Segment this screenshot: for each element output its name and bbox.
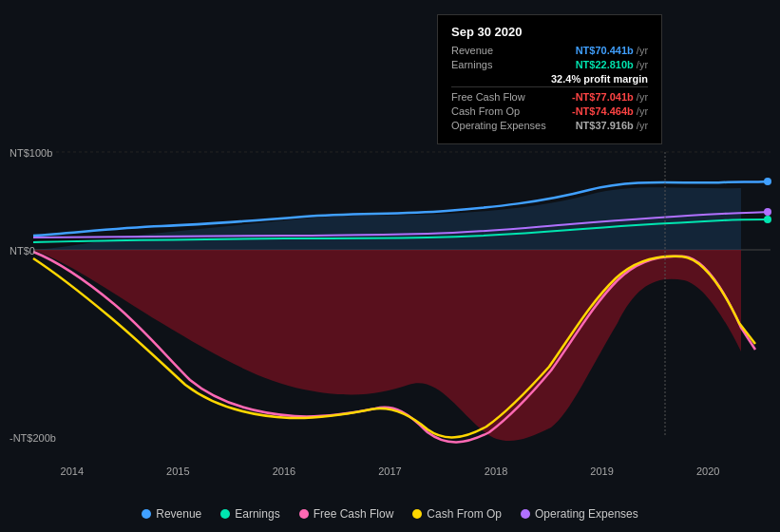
y-label-top: NT$100b	[10, 147, 52, 159]
legend-label-revenue: Revenue	[156, 507, 201, 521]
tooltip-cashop-label: Cash From Op	[451, 105, 546, 117]
legend-item-revenue[interactable]: Revenue	[142, 507, 201, 521]
tooltip-date: Sep 30 2020	[451, 25, 648, 39]
legend-item-cashop[interactable]: Cash From Op	[412, 507, 502, 521]
legend-dot-opex	[521, 509, 530, 519]
tooltip-fcf-label: Free Cash Flow	[451, 91, 546, 103]
legend-label-fcf: Free Cash Flow	[314, 507, 394, 521]
legend-item-earnings[interactable]: Earnings	[220, 507, 279, 521]
legend-item-fcf[interactable]: Free Cash Flow	[299, 507, 394, 521]
tooltip-opex-value: NT$37.916b /yr	[576, 120, 648, 131]
x-label-2015: 2015	[166, 466, 189, 477]
legend-dot-fcf	[299, 509, 309, 519]
legend-item-opex[interactable]: Operating Expenses	[521, 507, 638, 521]
tooltip-earnings-value: NT$22.810b /yr	[576, 59, 648, 70]
chart-container: NT$100b NT$0 -NT$200b 2014 2015 2016 201…	[0, 0, 780, 532]
tooltip-fcf-row: Free Cash Flow -NT$77.041b /yr	[451, 86, 648, 103]
tooltip-revenue-value: NT$70.441b /yr	[576, 45, 648, 56]
tooltip-cashop-value: -NT$74.464b /yr	[572, 105, 648, 117]
y-label-bot: -NT$200b	[10, 432, 56, 444]
tooltip-revenue-row: Revenue NT$70.441b /yr	[451, 45, 648, 56]
legend: Revenue Earnings Free Cash Flow Cash Fro…	[0, 507, 780, 521]
tooltip-earnings-label: Earnings	[451, 59, 546, 70]
tooltip-opex-row: Operating Expenses NT$37.916b /yr	[451, 120, 648, 131]
legend-dot-earnings	[220, 509, 230, 519]
svg-point-5	[764, 208, 771, 216]
tooltip-revenue-label: Revenue	[451, 45, 546, 56]
x-label-2019: 2019	[590, 466, 613, 477]
legend-label-cashop: Cash From Op	[427, 507, 502, 521]
legend-dot-cashop	[412, 509, 422, 519]
legend-label-opex: Operating Expenses	[535, 507, 638, 521]
tooltip: Sep 30 2020 Revenue NT$70.441b /yr Earni…	[437, 14, 662, 144]
legend-label-earnings: Earnings	[235, 507, 279, 521]
tooltip-fcf-value: -NT$77.041b /yr	[572, 91, 648, 103]
legend-dot-revenue	[142, 509, 151, 519]
y-label-mid: NT$0	[10, 245, 35, 256]
tooltip-earnings-row: Earnings NT$22.810b /yr	[451, 59, 648, 70]
x-label-2016: 2016	[273, 466, 295, 477]
tooltip-profit-margin: 32.4% profit margin	[451, 73, 648, 85]
x-label-2017: 2017	[378, 466, 401, 477]
chart-svg	[0, 0, 780, 484]
x-labels: 2014 2015 2016 2017 2018 2019 2020	[0, 466, 780, 477]
svg-point-6	[764, 216, 771, 223]
svg-point-4	[764, 178, 771, 185]
tooltip-cashop-row: Cash From Op -NT$74.464b /yr	[451, 105, 648, 117]
x-label-2020: 2020	[696, 466, 719, 477]
tooltip-opex-label: Operating Expenses	[451, 120, 546, 131]
x-label-2018: 2018	[485, 466, 507, 477]
x-label-2014: 2014	[61, 466, 84, 477]
